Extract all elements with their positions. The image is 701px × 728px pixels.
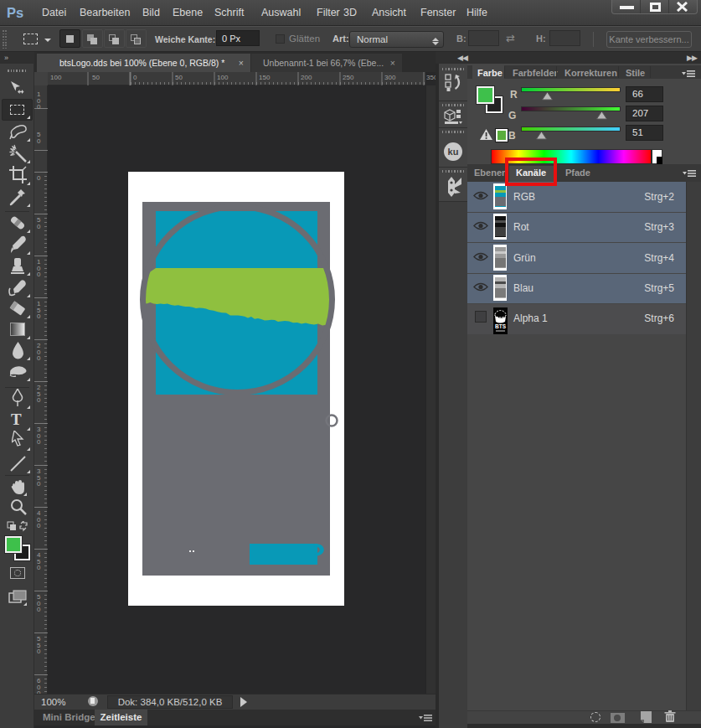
svg-text:BTS: BTS bbox=[495, 323, 507, 329]
